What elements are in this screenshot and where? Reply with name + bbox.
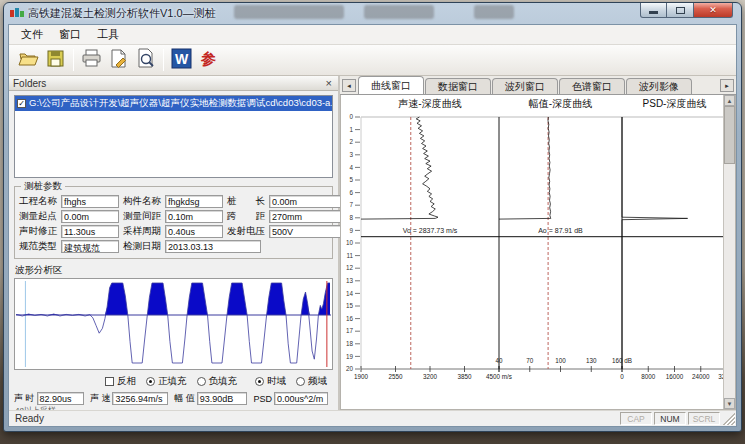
fill-negative-radio[interactable]: [197, 377, 206, 386]
vertical-scrollbar[interactable]: ▲ ▼: [723, 95, 735, 409]
x-tick-label: 8000: [641, 373, 656, 380]
freq-domain-radio[interactable]: [296, 377, 305, 386]
depth-tick-label: 7: [349, 201, 353, 208]
pile-params-title: 测桩参数: [21, 180, 65, 193]
tab-波列窗口[interactable]: 波列窗口: [492, 78, 558, 94]
freq-domain-label: 频域: [308, 375, 327, 388]
param-field[interactable]: 270mm: [269, 210, 341, 223]
param-cell: 采样周期0.40us: [123, 225, 227, 238]
waveform-plot[interactable]: [15, 279, 332, 369]
param-field[interactable]: 500V: [269, 225, 341, 238]
panel-close-icon[interactable]: ×: [324, 78, 334, 88]
menu-item-工具[interactable]: 工具: [89, 25, 127, 44]
param-field[interactable]: 建筑规范: [61, 240, 119, 253]
menubar: 文件窗口工具: [9, 25, 736, 45]
tab-scroll-right-icon[interactable]: ►: [720, 79, 734, 92]
value-field[interactable]: 0.00us^2/m: [274, 392, 328, 405]
param-field[interactable]: fhghs: [61, 195, 119, 208]
param-cell: 发射电压500V: [227, 225, 341, 238]
close-button[interactable]: ✕: [693, 3, 733, 18]
titlebar: 高铁建混凝土检测分析软件V1.0—测桩 ✕: [4, 3, 741, 23]
param-label: 测量起点: [19, 210, 61, 223]
x-tick-label: 3200: [423, 373, 438, 380]
export-button[interactable]: [105, 47, 132, 73]
param-cell: 桩 长0.00m: [227, 195, 341, 208]
value-field[interactable]: 93.90dB: [197, 392, 248, 405]
value-field[interactable]: 3256.94m/s: [112, 392, 168, 405]
curve-series: [361, 117, 438, 219]
depth-tick-label: 9: [349, 227, 353, 234]
waveform-box: [14, 278, 333, 370]
scroll-thumb[interactable]: [724, 106, 735, 164]
waveform-controls: 反相 正填充 负填充 时域: [13, 375, 334, 388]
toolbar-separator: [163, 49, 164, 71]
time-domain-radio[interactable]: [255, 377, 264, 386]
tabbar: ◄曲线窗口数据窗口波列窗口色谱窗口波列影像►: [340, 76, 736, 95]
fill-positive-label: 正填充: [158, 375, 187, 388]
depth-tick-label: 19: [346, 353, 354, 360]
depth-curves-chart: 01234567891011121314151617181920声速-深度曲线1…: [341, 95, 733, 397]
parameters-icon: 参: [197, 47, 220, 74]
window-controls: ✕: [640, 3, 733, 18]
time-domain-label: 时域: [267, 375, 286, 388]
resize-grip[interactable]: [723, 413, 735, 425]
parameters-button[interactable]: 参: [195, 47, 222, 73]
value-label: 声 时: [14, 392, 35, 405]
tab-曲线窗口[interactable]: 曲线窗口: [358, 76, 424, 94]
invert-label: 反相: [117, 375, 136, 388]
param-label: 采样周期: [123, 225, 165, 238]
export-icon: [107, 47, 130, 74]
param-label: 工程名称: [19, 195, 61, 208]
print-preview-button[interactable]: [132, 47, 159, 73]
param-field[interactable]: 0.10m: [165, 210, 223, 223]
save-button[interactable]: [42, 47, 69, 73]
fill-positive-radio[interactable]: [146, 377, 155, 386]
param-row: 工程名称fhghs构件名称fhgkdsg桩 长0.00m: [19, 195, 329, 208]
pile-params-grid: 工程名称fhghs构件名称fhgkdsg桩 长0.00m测量起点0.00m测量间…: [19, 195, 329, 253]
param-cell: 检测日期2013.03.13: [123, 240, 265, 253]
tab-波列影像[interactable]: 波列影像: [626, 78, 692, 94]
param-field[interactable]: 0.00m: [269, 195, 341, 208]
tab-scroll-left-icon[interactable]: ◄: [342, 79, 356, 92]
folder-checkbox[interactable]: ✓: [17, 99, 26, 108]
maximize-button[interactable]: [667, 3, 693, 18]
param-field[interactable]: 0.40us: [165, 225, 223, 238]
folder-list-item[interactable]: ✓G:\公司产品设计开发\超声仪器\超声仪实地检测数据调试cd\cd03\cd0…: [15, 96, 332, 111]
statusbar: Ready CAPNUMSCRL: [9, 410, 736, 426]
open-file-button[interactable]: [15, 47, 42, 73]
print-button[interactable]: [78, 47, 105, 73]
param-cell: 规范类型建筑规范: [19, 240, 123, 253]
param-field[interactable]: fhgkdsg: [165, 195, 223, 208]
param-field[interactable]: 2013.03.13: [165, 240, 261, 253]
glass-reflection: [474, 5, 514, 19]
x-tick-label: 2550: [388, 373, 403, 380]
svg-text:参: 参: [200, 50, 216, 67]
folders-panel-title: Folders: [13, 78, 46, 89]
word-export-button[interactable]: W: [168, 47, 195, 73]
param-cell: 构件名称fhgkdsg: [123, 195, 227, 208]
param-label: 构件名称: [123, 195, 165, 208]
chart-title: PSD-深度曲线: [643, 98, 707, 109]
scroll-up-icon[interactable]: ▲: [724, 95, 735, 106]
invert-checkbox[interactable]: [105, 377, 114, 386]
value-field[interactable]: 82.90us: [37, 392, 84, 405]
depth-tick-label: 20: [346, 365, 354, 372]
param-label: 声时修正: [19, 225, 61, 238]
param-field[interactable]: 0.00m: [61, 210, 119, 223]
depth-tick-label: 6: [349, 189, 353, 196]
menu-item-文件[interactable]: 文件: [13, 25, 51, 44]
menu-item-窗口[interactable]: 窗口: [51, 25, 89, 44]
curve-series: [622, 117, 688, 369]
status-panes: CAPNUMSCRL: [618, 412, 720, 425]
depth-tick-label: 4: [349, 164, 353, 171]
depth-tick-label: 0: [349, 113, 353, 120]
tab-色谱窗口[interactable]: 色谱窗口: [559, 78, 625, 94]
param-row: 声时修正11.30us采样周期0.40us发射电压500V: [19, 225, 329, 238]
minimize-button[interactable]: [640, 3, 667, 18]
depth-tick-label: 18: [346, 340, 354, 347]
depth-tick-label: 2: [349, 138, 353, 145]
scroll-down-icon[interactable]: ▼: [724, 398, 735, 409]
save-icon: [44, 47, 67, 74]
tab-数据窗口[interactable]: 数据窗口: [425, 78, 491, 94]
param-field[interactable]: 11.30us: [61, 225, 119, 238]
